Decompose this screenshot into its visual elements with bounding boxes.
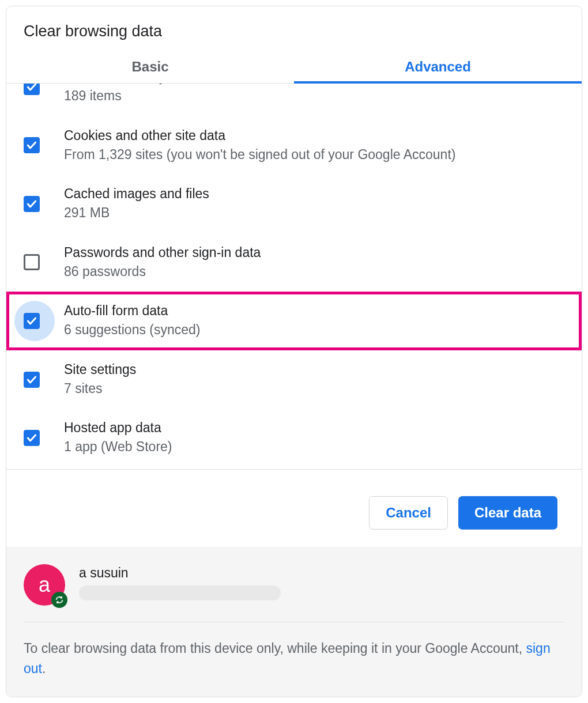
dialog-buttons: Cancel Clear data	[6, 469, 582, 547]
footer-note: To clear browsing data from this device …	[24, 638, 564, 679]
account-name: a susuin	[79, 565, 281, 581]
row-title: Hosted app data	[64, 419, 172, 437]
row-text: Download history189 items	[64, 84, 165, 106]
footer-note-prefix: To clear browsing data from this device …	[24, 641, 526, 656]
row-text: Auto-fill form data6 suggestions (synced…	[64, 302, 201, 340]
clear-browsing-data-dialog: Clear browsing data Basic Advanced Downl…	[6, 6, 582, 697]
checkbox[interactable]	[24, 84, 40, 95]
clear-data-button[interactable]: Clear data	[458, 496, 557, 530]
list-item[interactable]: Auto-fill form data6 suggestions (synced…	[6, 292, 582, 350]
dialog-title: Clear browsing data	[6, 6, 582, 53]
row-title: Cookies and other site data	[64, 127, 455, 145]
row-text: Cookies and other site dataFrom 1,329 si…	[64, 127, 455, 165]
account-email-redacted	[79, 585, 281, 600]
checkbox[interactable]	[24, 196, 40, 212]
row-subtitle: 189 items	[64, 86, 165, 106]
account-text: a susuin	[79, 564, 281, 600]
checkbox[interactable]	[24, 372, 40, 388]
cancel-button[interactable]: Cancel	[369, 496, 448, 530]
checkbox[interactable]	[24, 430, 40, 446]
row-subtitle: 6 suggestions (synced)	[64, 320, 201, 340]
tab-basic[interactable]: Basic	[6, 53, 294, 83]
row-subtitle: 7 sites	[64, 379, 136, 399]
list-item[interactable]: Passwords and other sign-in data86 passw…	[6, 233, 582, 292]
list-item[interactable]: Cookies and other site dataFrom 1,329 si…	[6, 116, 582, 175]
row-title: Auto-fill form data	[64, 302, 201, 320]
account-row: a a susuin	[24, 564, 564, 622]
row-text: Cached images and files291 MB	[64, 185, 209, 223]
row-subtitle: 291 MB	[64, 203, 209, 223]
list-item[interactable]: Download history189 items	[6, 84, 582, 116]
sync-icon	[51, 592, 67, 608]
row-title: Site settings	[64, 361, 136, 379]
checkbox[interactable]	[24, 254, 40, 270]
data-type-list: Download history189 itemsCookies and oth…	[6, 84, 582, 469]
row-text: Hosted app data1 app (Web Store)	[64, 419, 172, 457]
row-subtitle: 86 passwords	[64, 262, 261, 282]
row-title: Cached images and files	[64, 185, 209, 203]
avatar: a	[24, 564, 65, 606]
row-text: Site settings7 sites	[64, 361, 136, 399]
row-text: Passwords and other sign-in data86 passw…	[64, 244, 261, 282]
account-section: a a susuin To clear browsing data from t…	[6, 547, 582, 697]
row-subtitle: From 1,329 sites (you won't be signed ou…	[64, 145, 455, 165]
footer-note-suffix: .	[42, 661, 46, 676]
list-item[interactable]: Cached images and files291 MB	[6, 175, 582, 233]
row-subtitle: 1 app (Web Store)	[64, 437, 172, 457]
checkbox[interactable]	[24, 137, 40, 153]
row-title: Passwords and other sign-in data	[64, 244, 261, 262]
list-item[interactable]: Hosted app data1 app (Web Store)	[6, 409, 582, 467]
tabs: Basic Advanced	[6, 53, 582, 84]
list-item[interactable]: Site settings7 sites	[6, 350, 582, 409]
tab-advanced[interactable]: Advanced	[294, 53, 582, 83]
checkbox[interactable]	[24, 313, 40, 329]
